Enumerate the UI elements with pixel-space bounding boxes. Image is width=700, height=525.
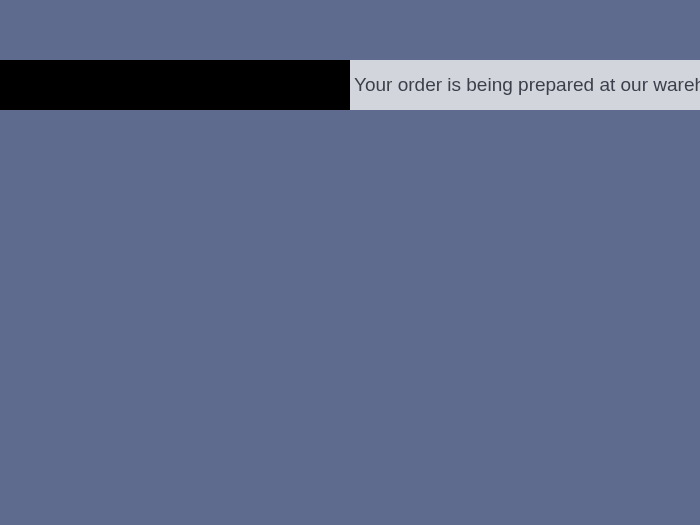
status-message: Your order is being prepared at our ware… — [350, 60, 700, 110]
status-bar: Your order is being prepared at our ware… — [0, 60, 700, 110]
status-bar-left — [0, 60, 350, 110]
